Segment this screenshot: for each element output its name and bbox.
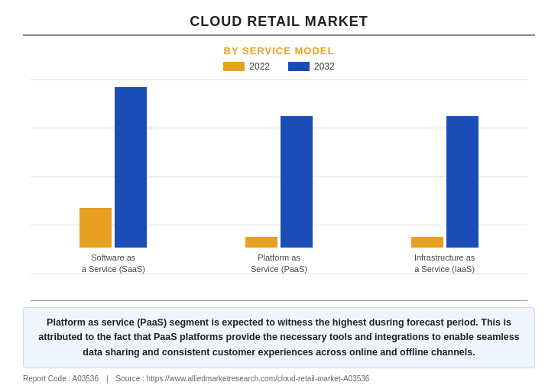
legend-color-2022 (223, 62, 245, 71)
bar-group-paas: Platform as Service (PaaS) (245, 116, 313, 274)
legend-color-2032 (288, 62, 310, 71)
page-title: CLOUD RETAIL MARKET (23, 14, 535, 36)
chart-area: Software as a Service (SaaS) Platform as… (23, 79, 535, 297)
chart-axis-line (31, 300, 527, 301)
chart-subtitle: BY SERVICE MODEL (23, 45, 535, 57)
bar-paas-2032 (281, 116, 313, 248)
bar-iaas-2032 (446, 116, 479, 248)
bar-saas-2032 (115, 87, 147, 248)
bar-group-iaas: Infrastructure as a Service (IaaS) (411, 116, 479, 274)
bars-iaas (411, 116, 479, 248)
description-text: Platform as service (PaaS) segment is ex… (38, 317, 519, 358)
bar-paas-2022 (245, 237, 277, 248)
chart-legend: 2022 2032 (23, 61, 535, 72)
legend-label-2022: 2022 (249, 61, 270, 72)
bar-label-paas: Platform as Service (PaaS) (251, 252, 307, 274)
description-box: Platform as service (PaaS) segment is ex… (23, 307, 535, 368)
footer: Report Code : A03536 | Source : https://… (23, 374, 535, 383)
bar-group-saas: Software as a Service (SaaS) (79, 87, 147, 274)
bars-wrapper: Software as a Service (SaaS) Platform as… (31, 87, 527, 297)
grid-line-1 (31, 79, 527, 80)
legend-item-2022: 2022 (223, 61, 270, 72)
bar-iaas-2022 (411, 237, 443, 248)
bar-label-saas: Software as a Service (SaaS) (82, 252, 145, 274)
source-separator: | (106, 374, 109, 383)
report-code: Report Code : A03536 (23, 374, 99, 383)
source-link: Source : https://www.alliedmarketresearc… (116, 374, 370, 383)
legend-item-2032: 2032 (288, 61, 335, 72)
bars-paas (245, 116, 313, 248)
legend-label-2032: 2032 (314, 61, 335, 72)
bar-saas-2022 (79, 208, 112, 248)
bar-label-iaas: Infrastructure as a Service (IaaS) (414, 252, 475, 274)
bars-saas (79, 87, 147, 248)
page-container: CLOUD RETAIL MARKET BY SERVICE MODEL 202… (0, 0, 558, 392)
